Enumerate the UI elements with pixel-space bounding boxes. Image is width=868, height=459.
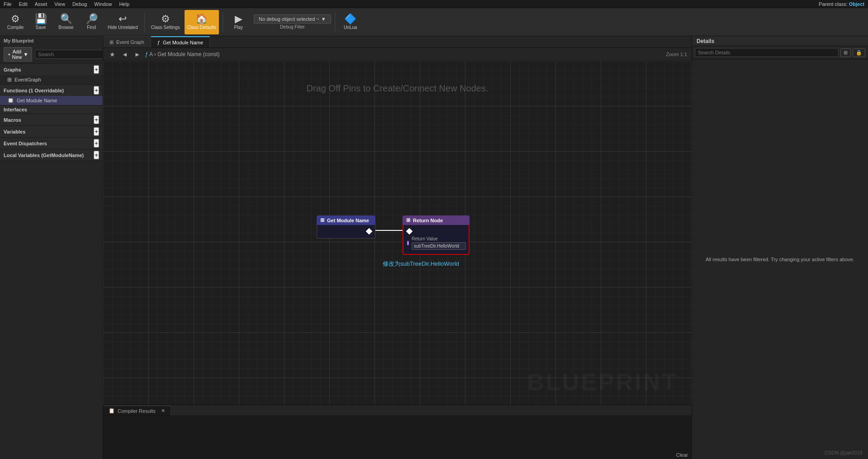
menu-help[interactable]: Help xyxy=(119,1,129,7)
interfaces-header[interactable]: Interfaces xyxy=(0,105,103,114)
menu-edit[interactable]: Edit xyxy=(19,1,28,7)
menu-asset[interactable]: Asset xyxy=(35,1,47,7)
chinese-annotation: 修改为subTreeDir.HelloWorld xyxy=(383,260,459,268)
save-label: Save xyxy=(36,25,46,30)
find-button[interactable]: 🔎 Find xyxy=(80,10,103,34)
sidebar-item-get-module-name[interactable]: 🔲 Get Module Name xyxy=(0,96,103,105)
add-new-button[interactable]: + Add New ▼ xyxy=(4,47,32,62)
event-graph-label: EventGraph xyxy=(14,77,41,82)
class-settings-button[interactable]: ⚙ Class Settings xyxy=(148,10,183,34)
node-return[interactable]: ⊞ Return Node Return Value xyxy=(403,215,470,255)
sidebar-item-event-graph[interactable]: ⊞ EventGraph xyxy=(0,75,103,84)
tab-bar: ⊞ Event Graph ƒ Get Module Name xyxy=(103,36,692,48)
browse-button[interactable]: 🔍 Browse xyxy=(54,10,78,34)
node-get-module-name[interactable]: ⊞ Get Module Name xyxy=(317,215,375,239)
compiler-results-tab[interactable]: 📋 Compiler Results ✕ xyxy=(103,406,171,416)
get-module-name-node-label: Get Module Name xyxy=(327,218,369,223)
toolbar-separator-3 xyxy=(335,12,335,32)
sidebar-title-text: My Blueprint xyxy=(4,38,34,43)
hide-unrelated-label: Hide Unrelated xyxy=(108,25,138,30)
save-button[interactable]: 💾 Save xyxy=(29,10,52,34)
parent-class-value: Object xyxy=(849,1,864,7)
toolbar-separator-1 xyxy=(144,12,145,32)
breadcrumb-text: ƒ A › Get Module Name (const) xyxy=(145,51,220,57)
forward-button[interactable]: ► xyxy=(133,50,142,59)
sidebar: My Blueprint + Add New ▼ 🔍 ⚙ Graphs + ⊞ xyxy=(0,36,103,459)
menu-file[interactable]: File xyxy=(4,1,12,7)
return-value-label: Return Value xyxy=(412,236,466,241)
details-view-toggle-button[interactable]: ⊞ xyxy=(840,48,851,57)
compile-icon: ⚙ xyxy=(11,14,20,24)
add-new-label: Add New xyxy=(12,49,22,60)
details-search-input[interactable] xyxy=(695,48,839,57)
variables-header[interactable]: Variables + xyxy=(0,126,103,137)
local-variables-add-button[interactable]: + xyxy=(94,151,99,159)
event-dispatchers-section: Event Dispatchers + xyxy=(0,138,103,149)
variables-label: Variables xyxy=(4,129,25,134)
tab-event-graph[interactable]: ⊞ Event Graph xyxy=(103,36,151,48)
return-value-input[interactable] xyxy=(412,242,466,250)
event-graph-tab-label: Event Graph xyxy=(116,39,144,45)
right-panel: Details ⊞ 🔒 All results have been filter… xyxy=(692,36,868,459)
exec-out-pin-dot xyxy=(366,228,372,234)
play-button[interactable]: ▶ Play xyxy=(227,10,250,34)
hide-unrelated-button[interactable]: ↩ Hide Unrelated xyxy=(105,10,141,34)
local-variables-header[interactable]: Local Variables (GetModuleName) + xyxy=(0,149,103,161)
return-value-pin: Return Value xyxy=(403,235,469,251)
panel-content: All results have been filtered. Try chan… xyxy=(692,59,868,459)
breadcrumb-path: A › Get Module Name (const) xyxy=(149,51,219,57)
panel-header: Details xyxy=(692,36,868,46)
plus-icon: + xyxy=(8,52,10,57)
functions-add-button[interactable]: + xyxy=(94,86,99,95)
canvas[interactable]: Drag Off Pins to Create/Connect New Node… xyxy=(103,61,692,405)
debug-object-dropdown-icon: ▼ xyxy=(321,16,326,22)
sidebar-search-input[interactable] xyxy=(35,50,103,59)
variables-add-button[interactable]: + xyxy=(94,127,99,136)
node-get-module-name-body xyxy=(317,225,375,239)
details-lock-button[interactable]: 🔒 xyxy=(853,48,865,57)
macros-section: Macros + xyxy=(0,114,103,126)
back-button[interactable]: ◄ xyxy=(120,50,130,59)
local-variables-label: Local Variables (GetModuleName) xyxy=(4,153,84,158)
clear-button[interactable]: Clear xyxy=(676,452,688,458)
menu-window[interactable]: Window xyxy=(94,1,112,7)
debug-object-button[interactable]: No debug object selected ~ ▼ xyxy=(254,14,331,24)
hide-unrelated-icon: ↩ xyxy=(119,14,127,24)
add-new-dropdown-icon: ▼ xyxy=(23,52,28,57)
return-node-label: Return Node xyxy=(413,218,443,223)
add-new-area: + Add New ▼ 🔍 ⚙ xyxy=(0,45,103,64)
get-module-name-node-icon: ⊞ xyxy=(320,217,324,223)
graphs-add-button[interactable]: + xyxy=(94,65,99,74)
blueprint-watermark: BLUEPRINT xyxy=(527,368,678,396)
debug-filter-label: Debug Filter xyxy=(280,24,304,29)
tab-get-module-name[interactable]: ƒ Get Module Name xyxy=(151,36,210,48)
func-icon: ƒ xyxy=(145,51,148,57)
macros-header[interactable]: Macros + xyxy=(0,114,103,125)
compiler-content: Clear xyxy=(103,416,692,459)
browse-icon: 🔍 xyxy=(60,14,72,24)
menu-bar: File Edit Asset View Debug Window Help P… xyxy=(0,0,868,8)
graphs-label: Graphs xyxy=(4,67,21,72)
graphs-header[interactable]: Graphs + xyxy=(0,64,103,75)
menu-debug[interactable]: Debug xyxy=(72,1,87,7)
compiler-results: 📋 Compiler Results ✕ Clear xyxy=(103,405,692,459)
compiler-tab-close-icon[interactable]: ✕ xyxy=(161,408,165,414)
get-module-name-icon: 🔲 xyxy=(7,97,14,104)
class-defaults-button[interactable]: 🏠 Class Defaults xyxy=(185,10,219,34)
unlua-button[interactable]: 🔷 UnLua xyxy=(339,10,362,34)
parent-class-label: Parent class: Object xyxy=(819,1,864,7)
node-wire xyxy=(103,61,692,405)
compile-button[interactable]: ⚙ Compile xyxy=(4,10,27,34)
play-icon: ▶ xyxy=(235,14,242,24)
exec-in-pin-dot xyxy=(406,228,413,234)
main-layout: My Blueprint + Add New ▼ 🔍 ⚙ Graphs + ⊞ xyxy=(0,36,868,459)
macros-add-button[interactable]: + xyxy=(94,115,99,124)
event-dispatchers-header[interactable]: Event Dispatchers + xyxy=(0,138,103,149)
menu-view[interactable]: View xyxy=(54,1,65,7)
node-return-header: ⊞ Return Node xyxy=(403,215,470,225)
toolbar-separator-2 xyxy=(223,12,223,32)
event-dispatchers-add-button[interactable]: + xyxy=(94,139,99,148)
functions-header[interactable]: Functions (1 Overridable) + xyxy=(0,85,103,96)
class-defaults-icon: 🏠 xyxy=(195,14,208,24)
bookmark-button[interactable]: ★ xyxy=(108,50,117,59)
